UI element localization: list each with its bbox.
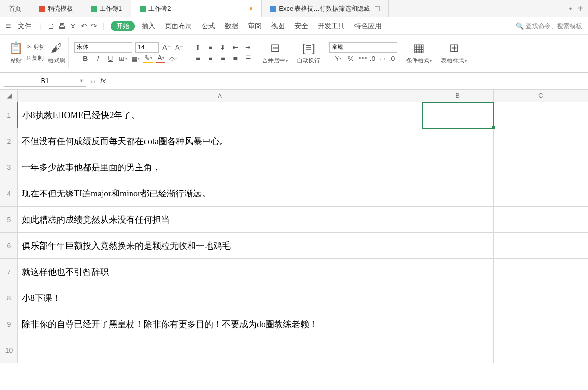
indent-inc-icon[interactable]: ⇥ — [243, 43, 253, 52]
copy-button[interactable]: ⎘ 复制 — [27, 54, 45, 62]
cell[interactable] — [494, 259, 588, 285]
undo-icon[interactable]: ↶ — [81, 22, 87, 30]
row-header[interactable]: 6 — [0, 233, 18, 259]
align-dist-icon[interactable]: ☰ — [243, 53, 253, 63]
font-size-combo[interactable] — [135, 42, 159, 53]
tab-workbook2[interactable]: 工作簿2 — [131, 0, 262, 17]
menu-file[interactable]: 文件 — [15, 21, 34, 31]
tab-workbook1[interactable]: 工作簿1 — [82, 0, 131, 17]
cell[interactable]: 不但没有任何成绩反而每天都在dota圈各种风暴中心。 — [18, 128, 422, 154]
fx-label[interactable]: fx — [100, 76, 106, 85]
cell[interactable] — [494, 180, 588, 207]
increase-font-icon[interactable]: A⁺ — [162, 43, 171, 52]
menu-insert[interactable]: 插入 — [139, 21, 158, 31]
bold-button[interactable]: B — [80, 54, 90, 63]
cell[interactable]: 俱乐部年年巨额投入竟然换来的是颗粒无收和一地鸡毛！ — [18, 233, 422, 259]
new-tab-icon[interactable]: + — [577, 3, 583, 14]
cell[interactable] — [422, 337, 494, 363]
tab-home[interactable]: 首页 — [0, 0, 30, 17]
indent-dec-icon[interactable]: ⇤ — [231, 43, 240, 52]
cell[interactable] — [422, 259, 494, 285]
command-search[interactable]: 🔍 查找命令、搜索模板 — [516, 22, 582, 30]
cell[interactable] — [494, 311, 588, 337]
cell[interactable]: 现在不但无缘TI连major和minor都已经渐行渐远。 — [18, 180, 422, 207]
align-center-icon[interactable]: ≡ — [206, 53, 215, 63]
cell[interactable] — [422, 128, 494, 154]
tab-list-icon[interactable]: • — [569, 4, 572, 13]
cell[interactable] — [494, 102, 588, 128]
menu-formula[interactable]: 公式 — [199, 21, 218, 31]
row-header[interactable]: 8 — [0, 285, 18, 311]
border-button[interactable]: ⊞▾ — [118, 54, 128, 63]
cond-format-button[interactable]: ▦条件格式▾ — [406, 40, 432, 65]
italic-button[interactable]: I — [93, 54, 103, 63]
cell[interactable] — [494, 337, 588, 363]
menu-data[interactable]: 数据 — [222, 21, 241, 31]
cell[interactable] — [422, 233, 494, 259]
tab-templates[interactable]: 稻壳模板 — [30, 0, 82, 17]
cell[interactable] — [494, 154, 588, 180]
cell[interactable] — [422, 180, 494, 207]
font-color-button[interactable]: A▾ — [156, 54, 165, 63]
cell[interactable] — [494, 128, 588, 154]
cell[interactable] — [422, 285, 494, 311]
dec-decimal-icon[interactable]: ←.0 — [383, 54, 393, 63]
cell[interactable] — [422, 207, 494, 233]
number-format-combo[interactable] — [329, 42, 397, 53]
valign-bot-icon[interactable]: ⬇ — [218, 43, 228, 52]
cell-style-button[interactable]: ▦▾ — [131, 54, 140, 63]
col-header-b[interactable]: B — [422, 90, 494, 102]
row-header[interactable]: 9 — [0, 311, 18, 337]
underline-button[interactable]: U — [105, 54, 115, 63]
align-right-icon[interactable]: ≡ — [218, 53, 228, 63]
cell[interactable]: 小8下课！ — [18, 285, 422, 311]
cell[interactable] — [422, 154, 494, 180]
valign-top-icon[interactable]: ⬆ — [193, 43, 203, 52]
col-header-a[interactable]: A — [18, 90, 422, 102]
row-header[interactable]: 10 — [0, 337, 18, 363]
cell-selected[interactable] — [422, 102, 494, 128]
align-justify-icon[interactable]: ≣ — [231, 53, 240, 63]
font-name-combo[interactable] — [74, 42, 132, 53]
menu-start[interactable]: 开始 — [111, 21, 135, 31]
cell[interactable] — [494, 285, 588, 311]
row-header[interactable]: 3 — [0, 154, 18, 180]
cell[interactable]: 就这样他也不引咎辞职 — [18, 259, 422, 285]
tab-excel-doc[interactable]: Excel表格技…行数据筛选和隐藏 — [262, 0, 389, 17]
decrease-font-icon[interactable]: A⁻ — [174, 43, 184, 52]
cell[interactable]: 除非你的自尊已经开了黑皇杖！除非你有更多目的！不要成为do圈教练老赖！ — [18, 311, 422, 337]
cell[interactable] — [494, 207, 588, 233]
thousand-icon[interactable]: ᵒᵒᵒ — [358, 54, 368, 63]
row-header[interactable]: 1 — [0, 102, 18, 128]
row-header[interactable]: 4 — [0, 180, 18, 207]
currency-icon[interactable]: ¥▾ — [333, 54, 343, 63]
name-box[interactable]: B1▼ — [4, 75, 86, 87]
cell[interactable]: 如此糟糕的成绩竟然从来没有任何担当 — [18, 207, 422, 233]
percent-icon[interactable]: % — [346, 54, 355, 63]
menu-review[interactable]: 审阅 — [245, 21, 265, 31]
formula-input[interactable] — [111, 75, 584, 87]
redo-icon[interactable]: ↷ — [91, 22, 97, 30]
select-all-corner[interactable]: ◢ — [0, 90, 18, 102]
save-icon[interactable]: 🗋 — [47, 22, 55, 30]
row-header[interactable]: 7 — [0, 259, 18, 285]
cell[interactable]: 一年多少故事他都是里面的男主角， — [18, 154, 422, 180]
align-left-icon[interactable]: ≡ — [193, 53, 203, 63]
cut-button[interactable]: ✂ 剪切 — [27, 43, 45, 51]
menu-security[interactable]: 安全 — [292, 21, 311, 31]
menu-view[interactable]: 视图 — [268, 21, 288, 31]
fill-handle[interactable] — [492, 126, 495, 129]
cell[interactable] — [494, 233, 588, 259]
menu-special[interactable]: 特色应用 — [352, 21, 384, 31]
inc-decimal-icon[interactable]: .0→ — [371, 54, 381, 63]
row-header[interactable]: 2 — [0, 128, 18, 154]
cell[interactable] — [18, 337, 422, 363]
merge-button[interactable]: ⊟合并居中▾ — [262, 40, 288, 65]
menu-page-layout[interactable]: 页面布局 — [162, 21, 195, 31]
row-header[interactable]: 5 — [0, 207, 18, 233]
clear-format-button[interactable]: ◇▾ — [168, 54, 178, 63]
hamburger-icon[interactable]: ≡ — [6, 21, 11, 31]
fill-color-button[interactable]: ✎▾ — [143, 54, 153, 63]
paste-button[interactable]: 📋粘贴 — [8, 40, 24, 65]
menu-developer[interactable]: 开发工具 — [315, 21, 348, 31]
